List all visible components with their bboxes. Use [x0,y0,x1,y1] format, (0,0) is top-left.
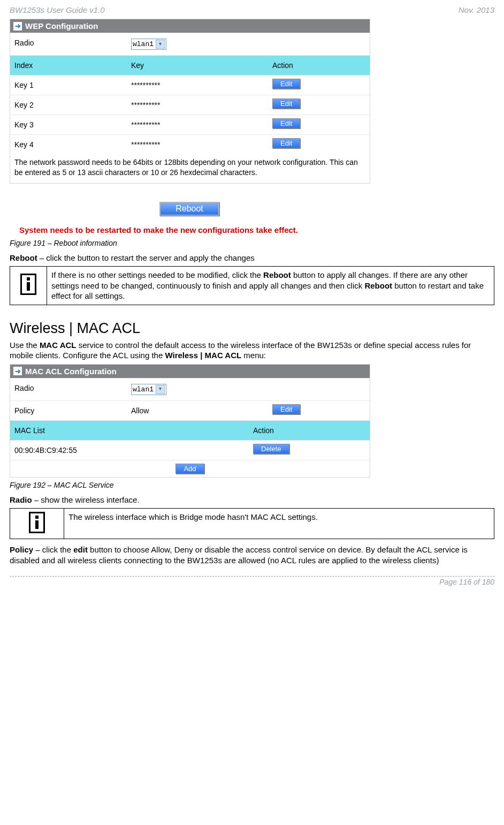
figure-caption: Figure 192 – MAC ACL Service [10,481,494,489]
chevron-down-icon: ▼ [156,385,165,394]
radio-label: Radio [10,33,127,55]
policy-desc: Policy – click the edit button to choose… [10,544,494,565]
add-button[interactable]: Add [175,464,204,474]
radio-select[interactable]: wlan1 ▼ [131,384,166,395]
col-action: Action [268,56,370,75]
info-text: If there is no other settings needed to … [47,267,494,305]
page-footer: Page 116 of 180 [10,578,494,586]
wep-config-panel: ➔ WEP Configuration Radio wlan1 ▼ Index … [10,19,370,184]
doc-date: Nov. 2013 [459,5,494,14]
macacl-radio-row: Radio wlan1 ▼ [10,378,370,400]
macacl-intro: Use the MAC ACL service to control the d… [10,340,494,361]
table-row: Key 1 ********** Edit [10,75,370,95]
section-heading: Wireless | MAC ACL [10,320,494,337]
table-row: Key 2 ********** Edit [10,95,370,115]
chevron-down-icon: ▼ [156,40,165,49]
delete-button[interactable]: Delete [253,444,289,454]
macacl-policy-row: Policy Allow Edit [10,400,370,420]
figure-caption: Figure 191 – Reboot information [10,239,494,247]
reboot-area: Reboot [10,202,369,216]
reboot-warning: System needs to be restarted to make the… [19,225,362,234]
info-icon [20,274,36,295]
info-table-macacl: The wireless interface which is Bridge m… [10,508,494,539]
edit-button[interactable]: Edit [272,79,300,89]
wep-panel-header: ➔ WEP Configuration [10,19,370,33]
reboot-desc: Reboot – click the button to restart the… [10,253,494,263]
col-key: Key [127,56,268,75]
info-icon [29,512,45,533]
table-row: Key 4 ********** Edit [10,134,370,154]
info-icon-cell [10,509,64,539]
radio-value: wlan1 [133,40,154,48]
mac-address: 00:90:4B:C9:42:55 [10,441,249,460]
radio-desc: Radio – show the wireless interface. [10,495,494,505]
table-row: Key 3 ********** Edit [10,115,370,134]
arrow-icon: ➔ [13,22,22,31]
edit-button[interactable]: Edit [272,118,300,128]
radio-select[interactable]: wlan1 ▼ [131,39,166,50]
edit-button[interactable]: Edit [272,404,300,414]
info-table-reboot: If there is no other settings needed to … [10,266,494,305]
macacl-header: ➔ MAC ACL Configuration [10,365,370,378]
edit-button[interactable]: Edit [272,138,300,148]
macacl-panel: ➔ MAC ACL Configuration Radio wlan1 ▼ Po… [10,364,370,478]
wep-header-row: Index Key Action [10,55,370,75]
mac-row: 00:90:4B:C9:42:55 Delete [10,440,370,460]
footer-divider [10,576,494,577]
add-row: Add [10,460,370,477]
col-index: Index [10,56,127,75]
wep-title: WEP Configuration [25,21,98,31]
wep-radio-row: Radio wlan1 ▼ [10,33,370,55]
doc-title: BW1253s User Guide v1.0 [10,5,105,14]
macacl-list-header: MAC List Action [10,420,370,440]
edit-button[interactable]: Edit [272,99,300,109]
wep-note: The network password needs to be 64bits … [10,154,370,183]
arrow-icon: ➔ [13,367,22,375]
reboot-button[interactable]: Reboot [159,202,219,216]
page-header: BW1253s User Guide v1.0 Nov. 2013 [10,5,494,14]
macacl-title: MAC ACL Configuration [25,367,117,376]
info-text: The wireless interface which is Bridge m… [64,509,494,539]
info-icon-cell [10,267,47,305]
